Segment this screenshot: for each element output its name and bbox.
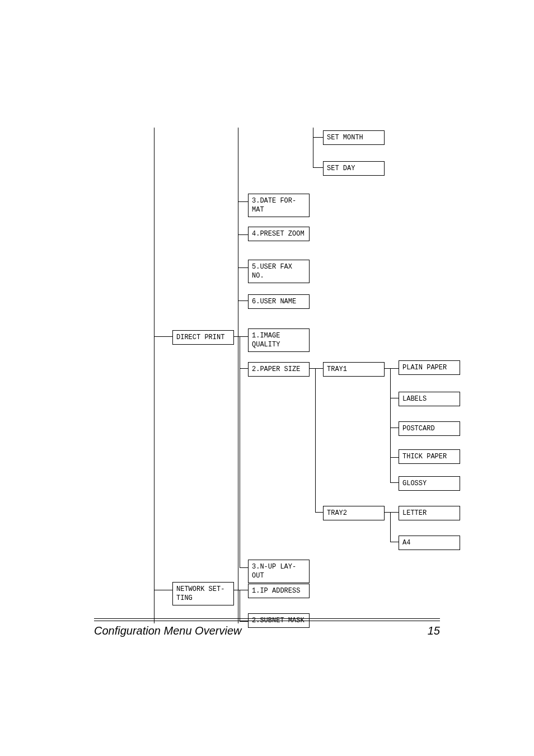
tree-line bbox=[238, 267, 248, 268]
tree-line bbox=[154, 590, 172, 590]
tree-line bbox=[238, 234, 248, 235]
menu-paper-size: 2.PAPER SIZE bbox=[248, 362, 310, 377]
menu-tray1: TRAY1 bbox=[323, 362, 385, 377]
tree-line bbox=[385, 368, 390, 369]
tree-line bbox=[234, 590, 240, 590]
tree-line bbox=[240, 567, 248, 568]
menu-tray2: TRAY2 bbox=[323, 506, 385, 520]
menu-postcard: POSTCARD bbox=[399, 421, 460, 436]
tree-line bbox=[390, 512, 399, 513]
menu-date-format: 3.DATE FOR-MAT bbox=[248, 194, 310, 217]
menu-thick-paper: THICK PAPER bbox=[399, 449, 460, 464]
tree-line bbox=[390, 398, 399, 398]
menu-a4: A4 bbox=[399, 536, 460, 550]
menu-set-month: SET MONTH bbox=[323, 130, 385, 145]
tree-line bbox=[154, 128, 154, 623]
tree-line bbox=[240, 590, 240, 621]
tree-line bbox=[313, 128, 313, 168]
tree-line bbox=[240, 368, 248, 369]
footer-rule bbox=[94, 621, 440, 621]
menu-user-name: 6.USER NAME bbox=[248, 294, 310, 309]
tree-line bbox=[385, 512, 390, 513]
footer-rule bbox=[94, 618, 440, 619]
page-footer: Configuration Menu Overview 15 bbox=[94, 618, 440, 637]
tree-line bbox=[240, 590, 248, 590]
menu-tree-diagram: SET MONTH SET DAY 3.DATE FOR-MAT 4.PRESE… bbox=[151, 128, 465, 631]
menu-ip-address: 1.IP ADDRESS bbox=[248, 584, 310, 598]
tree-line bbox=[234, 336, 240, 337]
tree-line bbox=[310, 368, 315, 369]
tree-line bbox=[315, 512, 323, 513]
tree-line bbox=[154, 336, 172, 337]
footer-page-number: 15 bbox=[428, 624, 440, 637]
tree-line bbox=[315, 368, 323, 369]
tree-line bbox=[240, 336, 248, 337]
tree-line bbox=[390, 428, 399, 428]
tree-line bbox=[390, 512, 391, 542]
tree-line bbox=[313, 137, 323, 138]
tree-line bbox=[390, 482, 399, 483]
tree-line bbox=[390, 457, 399, 458]
menu-image-quality: 1.IMAGE QUALITY bbox=[248, 328, 310, 352]
menu-labels: LABELS bbox=[399, 392, 460, 406]
menu-nup-layout: 3.N-UP LAY-OUT bbox=[248, 560, 310, 583]
menu-network-setting: NETWORK SET-TING bbox=[172, 582, 234, 605]
menu-plain-paper: PLAIN PAPER bbox=[399, 360, 460, 375]
menu-letter: LETTER bbox=[399, 506, 460, 520]
menu-set-day: SET DAY bbox=[323, 161, 385, 176]
footer-title: Configuration Menu Overview bbox=[94, 624, 241, 637]
tree-line bbox=[390, 368, 399, 369]
menu-direct-print: DIRECT PRINT bbox=[172, 330, 234, 345]
tree-line bbox=[240, 336, 240, 567]
menu-user-fax: 5.USER FAX NO. bbox=[248, 260, 310, 283]
tree-line bbox=[238, 201, 248, 202]
menu-preset-zoom: 4.PRESET ZOOM bbox=[248, 227, 310, 241]
tree-line bbox=[390, 368, 391, 482]
menu-glossy: GLOSSY bbox=[399, 476, 460, 491]
tree-line bbox=[390, 542, 399, 542]
tree-line bbox=[238, 300, 248, 301]
tree-line bbox=[313, 167, 323, 168]
tree-line bbox=[315, 368, 316, 512]
